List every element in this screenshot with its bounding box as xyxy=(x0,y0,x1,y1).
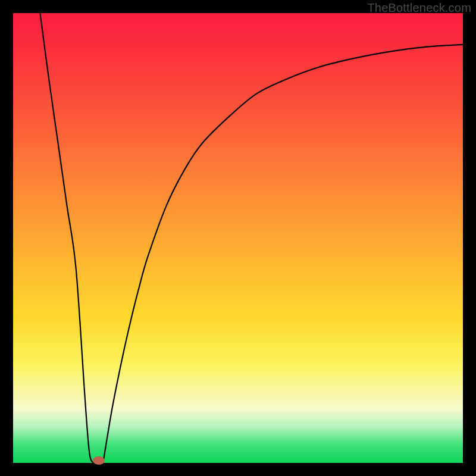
chart-frame: TheBottleneck.com xyxy=(0,0,476,476)
curve-left-branch xyxy=(40,13,94,463)
curve-svg xyxy=(13,13,463,463)
watermark-text: TheBottleneck.com xyxy=(367,1,471,15)
minimum-marker xyxy=(93,456,105,465)
curve-right-branch xyxy=(103,45,463,463)
